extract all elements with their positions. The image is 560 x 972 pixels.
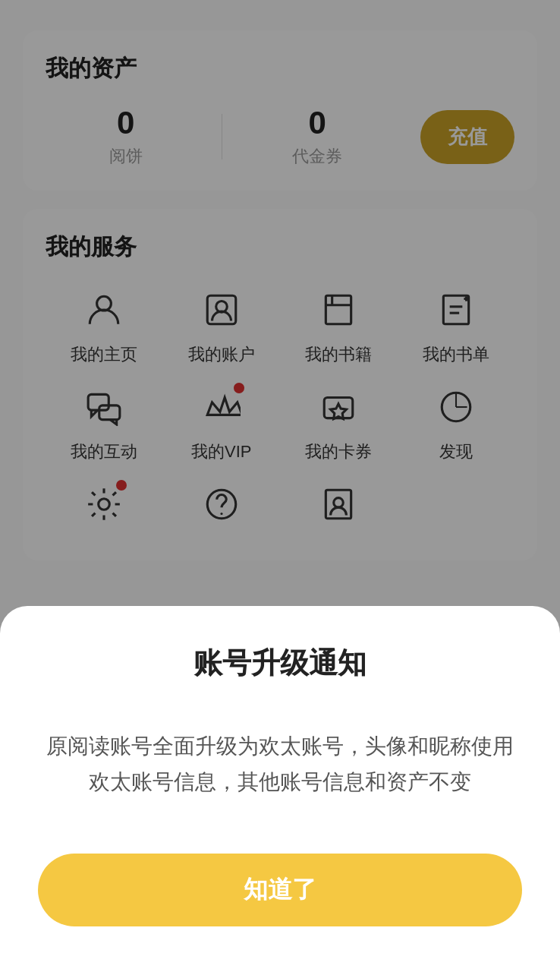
modal-body-line1: 原阅读账号全面升级为欢太账号，头像和昵称使用 xyxy=(46,734,514,758)
modal-body: 原阅读账号全面升级为欢太账号，头像和昵称使用 欢太账号信息，其他账号信息和资产不… xyxy=(46,728,514,800)
modal-title: 账号升级通知 xyxy=(193,644,367,683)
modal-confirm-button[interactable]: 知道了 xyxy=(38,854,522,926)
modal-body-line2: 欢太账号信息，其他账号信息和资产不变 xyxy=(89,770,471,794)
modal-sheet: 账号升级通知 原阅读账号全面升级为欢太账号，头像和昵称使用 欢太账号信息，其他账… xyxy=(0,606,560,972)
